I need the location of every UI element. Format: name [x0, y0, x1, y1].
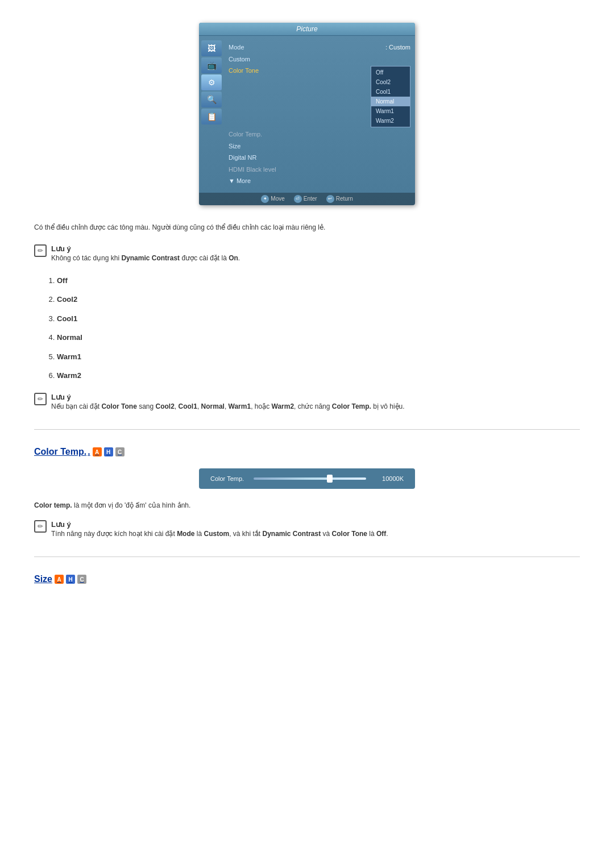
color-temp-title-dot: . — [88, 447, 90, 457]
tv-icon-system: ⚙ — [201, 74, 222, 90]
description-text: Có thể điều chỉnh được các tông màu. Ngư… — [34, 222, 580, 233]
menu-row-size: Size — [229, 140, 410, 152]
menu-label-hdmi: HDMI Black level — [229, 165, 276, 175]
menu-row-hdmi: HDMI Black level — [229, 164, 410, 176]
dropdown-cool2: Cool2 — [371, 77, 410, 87]
list-item-off: Off — [57, 275, 580, 286]
menu-row-custom: Custom — [229, 53, 410, 65]
tv-menu-content: Mode : Custom Custom Color Tone Off Cool… — [224, 39, 415, 189]
color-temp-title-text: Color Temp. — [34, 447, 86, 457]
divider-1 — [34, 429, 580, 430]
list-item-cool2: Cool2 — [57, 294, 580, 305]
menu-row-digitalnr: Digital NR — [229, 152, 410, 164]
footer-return-label: Return — [336, 196, 353, 202]
footer-btn-return: ↩ Return — [326, 195, 353, 203]
note-text-3: Tính năng này được kích hoạt khi cài đặt… — [51, 529, 388, 539]
slider-track[interactable] — [254, 477, 366, 480]
color-temp-description: Color temp. là một đơn vị đo 'độ ấm' của… — [34, 500, 580, 511]
screenshot-container: Picture 🖼 📺 ⚙ 🔍 📋 Mode : Custom — [34, 23, 580, 205]
menu-label-size: Size — [229, 142, 240, 151]
slider-thumb[interactable] — [327, 475, 333, 483]
footer-btn-move: ✦ Move — [261, 195, 284, 203]
menu-label-colortone: Color Tone — [229, 66, 259, 127]
tv-menu-body: 🖼 📺 ⚙ 🔍 📋 Mode : Custom Custom — [199, 36, 415, 193]
slider-box: Color Temp. 10000K — [34, 468, 580, 489]
note-text-1: Không có tác dụng khi Dynamic Contrast đ… — [51, 253, 240, 264]
slider-label: Color Temp. — [210, 475, 244, 482]
list-item-normal: Normal — [57, 332, 580, 343]
note-icon-1: ✏ — [34, 244, 47, 257]
menu-label-digitalnr: Digital NR — [229, 153, 257, 163]
note-label-2: Lưu ý — [51, 393, 405, 401]
slider-value: 10000K — [375, 475, 404, 482]
list-item-warm2: Warm2 — [57, 370, 580, 381]
note-content-2: Lưu ý Nếu bạn cài đặt Color Tone sang Co… — [51, 393, 405, 412]
enter-icon: ⏎ — [294, 195, 302, 203]
color-temp-section-title: Color Temp.. A H C — [34, 447, 580, 457]
menu-row-mode: Mode : Custom — [229, 41, 410, 53]
footer-move-label: Move — [271, 196, 284, 202]
tv-icon-input: 🔍 — [201, 92, 222, 107]
dropdown-warm2: Warm2 — [371, 116, 410, 126]
divider-2 — [34, 556, 580, 557]
tv-menu: Picture 🖼 📺 ⚙ 🔍 📋 Mode : Custom — [199, 23, 415, 205]
menu-value-mode: : Custom — [385, 43, 410, 52]
size-title-text: Size — [34, 574, 52, 584]
note-icon-3: ✏ — [34, 520, 47, 533]
note-box-1: ✏ Lưu ý Không có tác dụng khi Dynamic Co… — [34, 244, 580, 264]
dropdown-list: Off Cool2 Cool1 Normal Warm1 Warm2 — [371, 66, 410, 127]
badge-a: A — [93, 447, 102, 456]
note-text-2: Nếu bạn cài đặt Color Tone sang Cool2, C… — [51, 401, 405, 412]
note-content-3: Lưu ý Tính năng này được kích hoạt khi c… — [51, 520, 388, 539]
dropdown-normal: Normal — [371, 97, 410, 106]
tv-icon-support: 📋 — [201, 109, 222, 124]
note-content-1: Lưu ý Không có tác dụng khi Dynamic Cont… — [51, 244, 240, 264]
footer-enter-label: Enter — [304, 196, 317, 202]
tv-icon-sound: 📺 — [201, 57, 222, 73]
slider-widget: Color Temp. 10000K — [199, 468, 415, 489]
menu-row-more: ▼ More — [229, 175, 410, 187]
menu-row-colortemp: Color Temp. — [229, 128, 410, 140]
size-badge-c: C — [77, 575, 86, 584]
dropdown-warm1: Warm1 — [371, 106, 410, 116]
menu-label-custom: Custom — [229, 55, 250, 64]
menu-label-mode: Mode — [229, 43, 244, 52]
list-item-warm1: Warm1 — [57, 351, 580, 363]
note-box-2: ✏ Lưu ý Nếu bạn cài đặt Color Tone sang … — [34, 393, 580, 412]
dropdown-off: Off — [371, 68, 410, 77]
main-content: Picture 🖼 📺 ⚙ 🔍 📋 Mode : Custom — [34, 23, 580, 584]
tv-icon-picture: 🖼 — [201, 40, 222, 56]
dropdown-cool1: Cool1 — [371, 87, 410, 97]
size-badge-h: H — [66, 575, 75, 584]
tv-menu-footer: ✦ Move ⏎ Enter ↩ Return — [199, 193, 415, 205]
menu-label-more: ▼ More — [229, 176, 251, 186]
menu-label-colortemp: Color Temp. — [229, 130, 262, 139]
badge-h: H — [104, 447, 113, 456]
badge-c: C — [115, 447, 125, 456]
move-icon: ✦ — [261, 195, 269, 203]
numbered-list: Off Cool2 Cool1 Normal Warm1 Warm2 — [57, 275, 580, 381]
note-label-1: Lưu ý — [51, 244, 240, 253]
size-section-title: Size A H C — [34, 574, 580, 584]
tv-menu-title: Picture — [199, 23, 415, 36]
menu-row-colortone: Color Tone Off Cool2 Cool1 Normal Warm1 … — [229, 65, 410, 128]
list-item-cool1: Cool1 — [57, 313, 580, 325]
note-label-3: Lưu ý — [51, 520, 388, 529]
tv-menu-icons: 🖼 📺 ⚙ 🔍 📋 — [199, 39, 224, 189]
size-badge-a: A — [55, 575, 64, 584]
note-box-3: ✏ Lưu ý Tính năng này được kích hoạt khi… — [34, 520, 580, 539]
note-icon-2: ✏ — [34, 393, 47, 405]
footer-btn-enter: ⏎ Enter — [294, 195, 317, 203]
return-icon: ↩ — [326, 195, 334, 203]
